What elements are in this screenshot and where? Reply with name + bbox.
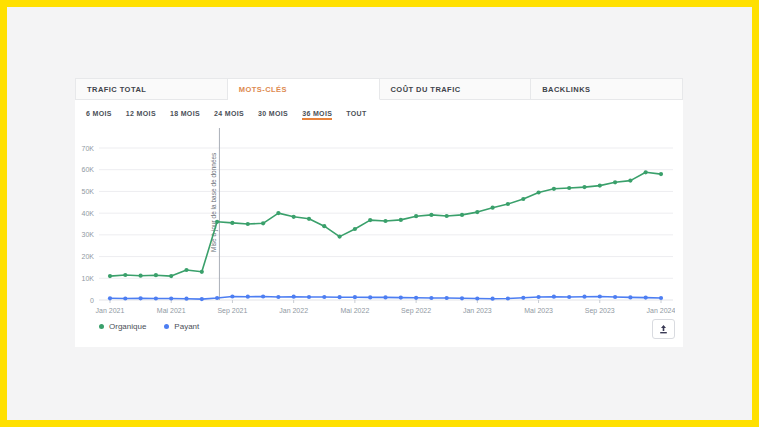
chart-footer: OrganiquePayant [99, 322, 683, 331]
data-point-payant[interactable] [200, 297, 204, 301]
data-point-organique[interactable] [383, 219, 387, 223]
data-point-organique[interactable] [445, 214, 449, 218]
data-point-payant[interactable] [184, 297, 188, 301]
data-point-organique[interactable] [628, 179, 632, 183]
data-point-organique[interactable] [230, 221, 234, 225]
data-point-payant[interactable] [108, 296, 112, 300]
export-button[interactable] [652, 319, 675, 339]
filter-18-mois[interactable]: 18 MOIS [170, 110, 200, 120]
data-point-payant[interactable] [644, 296, 648, 300]
data-point-organique[interactable] [552, 187, 556, 191]
tab-co-t-du-trafic[interactable]: COÛT DU TRAFIC [380, 78, 532, 100]
data-point-payant[interactable] [276, 295, 280, 299]
data-point-organique[interactable] [169, 274, 173, 278]
data-point-payant[interactable] [368, 295, 372, 299]
data-point-organique[interactable] [491, 206, 495, 210]
data-point-payant[interactable] [460, 296, 464, 300]
data-point-organique[interactable] [475, 210, 479, 214]
data-point-payant[interactable] [154, 296, 158, 300]
data-point-payant[interactable] [598, 294, 602, 298]
data-point-organique[interactable] [399, 218, 403, 222]
data-point-payant[interactable] [383, 295, 387, 299]
data-point-payant[interactable] [628, 295, 632, 299]
data-point-payant[interactable] [215, 296, 219, 300]
data-point-organique[interactable] [644, 170, 648, 174]
x-tick-label: Jan 2024 [647, 307, 675, 314]
data-point-payant[interactable] [292, 295, 296, 299]
data-point-organique[interactable] [154, 273, 158, 277]
data-point-payant[interactable] [567, 295, 571, 299]
data-point-payant[interactable] [475, 296, 479, 300]
data-point-payant[interactable] [537, 295, 541, 299]
data-point-organique[interactable] [322, 224, 326, 228]
filter-36-mois[interactable]: 36 MOIS [302, 110, 332, 120]
data-point-organique[interactable] [353, 227, 357, 231]
data-point-payant[interactable] [353, 295, 357, 299]
data-point-payant[interactable] [261, 294, 265, 298]
filter-tout[interactable]: TOUT [346, 110, 366, 120]
data-point-organique[interactable] [537, 190, 541, 194]
data-point-organique[interactable] [429, 213, 433, 217]
data-point-organique[interactable] [292, 215, 296, 219]
traffic-chart: 010K20K30K40K50K60K70KJan 2021Mai 2021Se… [75, 122, 683, 322]
data-point-organique[interactable] [246, 222, 250, 226]
tab-bar: TRAFIC TOTALMOTS-CLÉSCOÛT DU TRAFICBACKL… [75, 78, 683, 100]
legend-item-organique[interactable]: Organique [99, 322, 146, 331]
data-point-organique[interactable] [368, 218, 372, 222]
data-point-payant[interactable] [246, 295, 250, 299]
chart-legend: OrganiquePayant [99, 322, 199, 331]
y-tick-label: 0 [90, 297, 94, 304]
data-point-organique[interactable] [506, 202, 510, 206]
data-point-payant[interactable] [322, 295, 326, 299]
data-point-organique[interactable] [338, 235, 342, 239]
data-point-organique[interactable] [582, 185, 586, 189]
data-point-payant[interactable] [613, 295, 617, 299]
data-point-organique[interactable] [276, 211, 280, 215]
data-point-organique[interactable] [123, 273, 127, 277]
data-point-payant[interactable] [139, 296, 143, 300]
data-point-payant[interactable] [582, 295, 586, 299]
data-point-organique[interactable] [659, 172, 663, 176]
data-point-organique[interactable] [521, 197, 525, 201]
data-point-organique[interactable] [200, 270, 204, 274]
data-point-organique[interactable] [460, 213, 464, 217]
data-point-payant[interactable] [338, 295, 342, 299]
data-point-payant[interactable] [230, 294, 234, 298]
data-point-payant[interactable] [659, 296, 663, 300]
period-filter-bar: 6 MOIS12 MOIS18 MOIS24 MOIS30 MOIS36 MOI… [75, 100, 683, 120]
series-line-organique [110, 172, 661, 276]
tab-backlinks[interactable]: BACKLINKS [531, 78, 683, 100]
data-point-organique[interactable] [215, 220, 219, 224]
filter-30-mois[interactable]: 30 MOIS [258, 110, 288, 120]
legend-item-payant[interactable]: Payant [164, 322, 199, 331]
data-point-payant[interactable] [445, 296, 449, 300]
data-point-organique[interactable] [613, 180, 617, 184]
data-point-organique[interactable] [139, 274, 143, 278]
legend-label: Organique [109, 322, 146, 331]
data-point-payant[interactable] [491, 297, 495, 301]
data-point-payant[interactable] [552, 295, 556, 299]
outer-frame: TRAFIC TOTALMOTS-CLÉSCOÛT DU TRAFICBACKL… [0, 0, 759, 427]
data-point-payant[interactable] [521, 296, 525, 300]
data-point-organique[interactable] [598, 184, 602, 188]
legend-dot-icon [99, 324, 104, 329]
data-point-payant[interactable] [399, 296, 403, 300]
data-point-organique[interactable] [567, 186, 571, 190]
data-point-payant[interactable] [506, 296, 510, 300]
data-point-organique[interactable] [261, 221, 265, 225]
filter-6-mois[interactable]: 6 MOIS [86, 110, 112, 120]
data-point-payant[interactable] [429, 296, 433, 300]
data-point-organique[interactable] [184, 268, 188, 272]
data-point-payant[interactable] [169, 296, 173, 300]
data-point-organique[interactable] [108, 274, 112, 278]
tab-mots-cl-s[interactable]: MOTS-CLÉS [228, 78, 380, 100]
data-point-payant[interactable] [307, 295, 311, 299]
data-point-organique[interactable] [307, 217, 311, 221]
tab-trafic-total[interactable]: TRAFIC TOTAL [75, 78, 228, 100]
filter-24-mois[interactable]: 24 MOIS [214, 110, 244, 120]
data-point-organique[interactable] [414, 214, 418, 218]
data-point-payant[interactable] [123, 296, 127, 300]
data-point-payant[interactable] [414, 296, 418, 300]
analytics-panel: TRAFIC TOTALMOTS-CLÉSCOÛT DU TRAFICBACKL… [75, 78, 683, 347]
filter-12-mois[interactable]: 12 MOIS [126, 110, 156, 120]
